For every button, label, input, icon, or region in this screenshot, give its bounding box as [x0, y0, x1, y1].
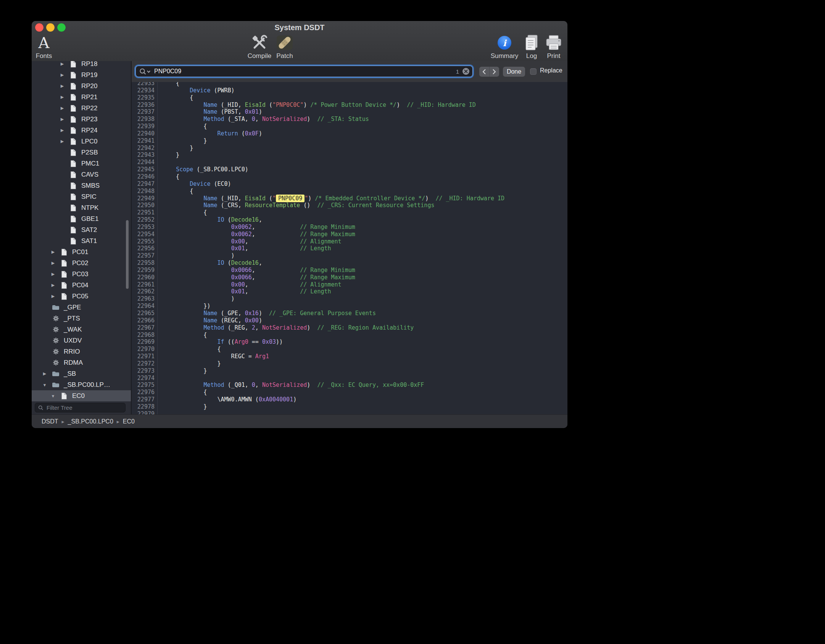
breadcrumb-item-scope[interactable]: _SB.PC00.LPC0 — [68, 418, 113, 425]
disclosure-closed-icon[interactable]: ▶ — [57, 72, 68, 77]
search-field[interactable]: 1 — [135, 66, 473, 77]
tree-indent — [32, 208, 57, 208]
sidebar-item-ec0[interactable]: ▼EC0 — [32, 390, 131, 401]
sidebar-item-gbe1[interactable]: GBE1 — [32, 213, 131, 224]
sidebar-item-ntpk[interactable]: NTPK — [32, 202, 131, 213]
sidebar-item-uxdv[interactable]: UXDV — [32, 335, 131, 346]
tree-indent — [32, 396, 48, 396]
sidebar-item-rp21[interactable]: ▶RP21 — [32, 92, 131, 103]
sidebar-item-label: _GPE — [64, 304, 81, 311]
sidebar-item-_sb-pc00-lp-[interactable]: ▼_SB.PC00.LP… — [32, 379, 131, 390]
disclosure-closed-icon[interactable]: ▶ — [57, 61, 68, 66]
sidebar-item-rdma[interactable]: RDMA — [32, 357, 131, 368]
breadcrumb-item-node[interactable]: EC0 — [123, 418, 135, 425]
find-previous-button[interactable] — [479, 67, 490, 77]
code-line: 22962 0x01, // Length — [132, 288, 567, 295]
line-number: 22968 — [132, 332, 155, 339]
document-icon — [60, 248, 68, 256]
disclosure-closed-icon[interactable]: ▶ — [48, 283, 58, 288]
line-number: 22940 — [132, 130, 155, 137]
sidebar-item-spic[interactable]: SPIC — [32, 191, 131, 202]
filter-tree-input[interactable] — [46, 404, 122, 411]
line-number: 22941 — [132, 137, 155, 145]
sidebar-item-pc04[interactable]: ▶PC04 — [32, 280, 131, 291]
sidebar-scrollbar[interactable] — [126, 220, 129, 289]
search-input[interactable] — [153, 68, 456, 75]
code-editor[interactable]: 22933 {22934 Device (PWRB)22935 {22936 N… — [132, 82, 567, 415]
sidebar-item-sat2[interactable]: SAT2 — [32, 224, 131, 235]
tree-indent — [32, 351, 39, 352]
code-line: 22958 IO (Decode16, — [132, 259, 567, 267]
sidebar-item-p2sb[interactable]: P2SB — [32, 147, 131, 158]
sidebar-item-_sb[interactable]: ▶_SB — [32, 368, 131, 379]
clear-search-button[interactable] — [462, 68, 469, 75]
sidebar-item-rp22[interactable]: ▶RP22 — [32, 103, 131, 114]
sidebar-item-rrio[interactable]: RRIO — [32, 346, 131, 357]
sidebar-item-pmc1[interactable]: PMC1 — [32, 158, 131, 169]
sidebar-item-pc01[interactable]: ▶PC01 — [32, 246, 131, 258]
line-number: 22937 — [132, 108, 155, 116]
tree-indent — [32, 97, 57, 97]
sidebar-item-label: UXDV — [64, 337, 82, 345]
sidebar-item-label: EC0 — [72, 392, 85, 400]
sidebar-item-_wak[interactable]: _WAK — [32, 324, 131, 335]
code-line: 22942 } — [132, 145, 567, 152]
line-number: 22949 — [132, 195, 155, 202]
sidebar-item-label: _SB.PC00.LP… — [64, 381, 110, 389]
sidebar-item-rp19[interactable]: ▶RP19 — [32, 69, 131, 80]
line-number: 22969 — [132, 338, 155, 346]
toolbar-label: Log — [526, 52, 537, 60]
code-line: 22944 — [132, 159, 567, 166]
tree-indent — [32, 230, 57, 230]
sidebar-item-_pts[interactable]: _PTS — [32, 313, 131, 324]
toolbar-label: Fonts — [36, 52, 52, 60]
disclosure-closed-icon[interactable]: ▶ — [57, 139, 68, 144]
line-number: 22965 — [132, 310, 155, 317]
toolbar-item-patch[interactable]: Patch — [267, 34, 302, 60]
disclosure-closed-icon[interactable]: ▶ — [57, 117, 68, 122]
compile-tools-icon — [251, 34, 268, 52]
sidebar-item-lpc0[interactable]: ▶LPC0 — [32, 136, 131, 147]
find-next-button[interactable] — [490, 67, 500, 77]
line-number: 22950 — [132, 202, 155, 209]
disclosure-closed-icon[interactable]: ▶ — [48, 250, 58, 254]
line-number: 22970 — [132, 346, 155, 353]
toolbar-item-print[interactable]: Print — [537, 34, 567, 60]
sidebar-item-rp20[interactable]: ▶RP20 — [32, 80, 131, 92]
code-line: 22975 Method (_Q01, 0, NotSerialized) //… — [132, 382, 567, 389]
sidebar-item-label: PC04 — [72, 282, 89, 289]
sidebar-item-rp23[interactable]: ▶RP23 — [32, 114, 131, 125]
sidebar-item-smbs[interactable]: SMBS — [32, 180, 131, 191]
disclosure-closed-icon[interactable]: ▶ — [48, 272, 58, 277]
disclosure-closed-icon[interactable]: ▶ — [57, 128, 68, 133]
line-number: 22938 — [132, 116, 155, 123]
sidebar-item-pc05[interactable]: ▶PC05 — [32, 291, 131, 302]
disclosure-closed-icon[interactable]: ▶ — [48, 261, 58, 266]
replace-checkbox[interactable] — [530, 68, 537, 75]
sidebar-item-pc02[interactable]: ▶PC02 — [32, 258, 131, 269]
disclosure-closed-icon[interactable]: ▶ — [39, 371, 50, 376]
disclosure-closed-icon[interactable]: ▶ — [57, 95, 68, 100]
disclosure-open-icon[interactable]: ▼ — [48, 394, 58, 398]
sidebar-item-cavs[interactable]: CAVS — [32, 169, 131, 180]
document-icon — [69, 93, 77, 101]
tree-indent — [32, 130, 57, 130]
line-number: 22967 — [132, 324, 155, 332]
breadcrumb-item-root[interactable]: DSDT — [42, 418, 58, 425]
chevron-left-icon — [482, 69, 487, 75]
disclosure-closed-icon[interactable]: ▶ — [48, 294, 58, 299]
sidebar-item-pc03[interactable]: ▶PC03 — [32, 269, 131, 280]
sidebar-item-sat1[interactable]: SAT1 — [32, 235, 131, 246]
document-icon — [69, 149, 77, 156]
search-options-icon[interactable] — [139, 68, 151, 75]
sidebar-item-_gpe[interactable]: _GPE — [32, 302, 131, 313]
sidebar-item-rp24[interactable]: ▶RP24 — [32, 125, 131, 136]
disclosure-closed-icon[interactable]: ▶ — [57, 84, 68, 89]
disclosure-open-icon[interactable]: ▼ — [39, 383, 50, 387]
done-button[interactable]: Done — [503, 67, 525, 77]
disclosure-closed-icon[interactable]: ▶ — [57, 106, 68, 111]
toolbar-item-fonts[interactable]: A Fonts — [32, 34, 56, 60]
sidebar-item-rp18[interactable]: ▶RP18 — [32, 61, 131, 69]
line-number: 22944 — [132, 159, 155, 166]
filter-tree-field[interactable] — [35, 403, 126, 412]
